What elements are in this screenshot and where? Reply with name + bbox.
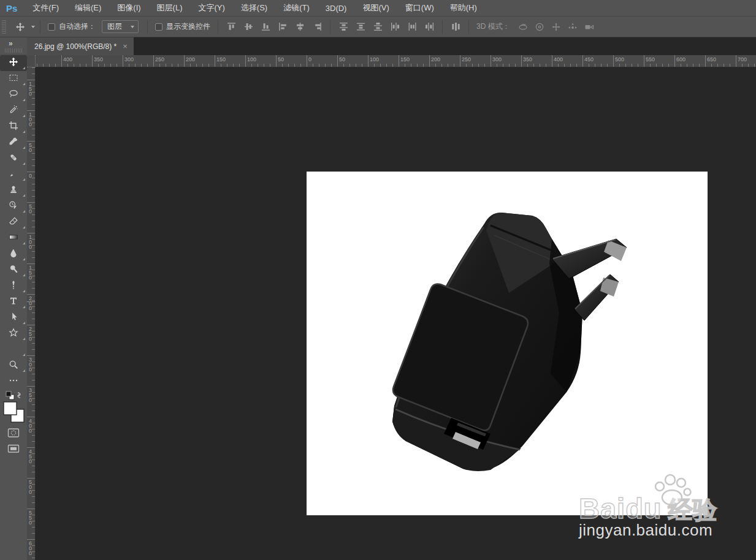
menu-item-select[interactable]: 选择(S) bbox=[233, 0, 275, 17]
align-left-edges-icon[interactable] bbox=[275, 20, 291, 34]
ruler-tick bbox=[521, 55, 522, 67]
document-canvas[interactable] bbox=[307, 172, 708, 515]
ruler-label: 350 bbox=[94, 56, 103, 62]
collapse-panel-button[interactable]: » bbox=[9, 39, 12, 48]
ruler-origin-corner[interactable] bbox=[27, 55, 36, 67]
align-vertical-centers-icon[interactable] bbox=[240, 20, 256, 34]
dodge-icon bbox=[9, 264, 18, 276]
tool-history-brush[interactable] bbox=[0, 199, 27, 214]
document-tab-bar: 26.jpg @ 100%(RGB/8) * × bbox=[27, 37, 756, 55]
tool-rectangular-marquee[interactable] bbox=[0, 71, 27, 87]
3d-slide-icon[interactable] bbox=[565, 20, 581, 34]
ruler-tick bbox=[27, 294, 36, 295]
panel-grip[interactable] bbox=[5, 48, 22, 53]
tool-dodge[interactable] bbox=[0, 262, 27, 278]
menu-item-help[interactable]: 帮助(H) bbox=[442, 0, 485, 17]
align-top-edges-icon[interactable] bbox=[223, 20, 239, 34]
ruler-tick bbox=[27, 355, 36, 356]
ruler-tick bbox=[460, 55, 460, 67]
type-icon bbox=[9, 296, 18, 308]
menu-items: 文件(F)编辑(E)图像(I)图层(L)文字(Y)选择(S)滤镜(T)3D(D)… bbox=[25, 0, 484, 17]
default-colors-icon[interactable] bbox=[5, 391, 23, 401]
tool-list bbox=[0, 55, 27, 390]
distribute-horizontal-centers-icon[interactable] bbox=[404, 20, 420, 34]
tool-type[interactable] bbox=[0, 294, 27, 310]
watermark-url: jingyan.baidu.com bbox=[579, 521, 712, 540]
ruler-tick bbox=[27, 509, 36, 509]
tool-zoom[interactable] bbox=[0, 358, 27, 374]
distribute-vertical-centers-icon[interactable] bbox=[353, 20, 368, 34]
ruler-tick bbox=[307, 55, 307, 67]
ruler-tick bbox=[582, 55, 583, 67]
active-tool-preset[interactable] bbox=[12, 20, 35, 34]
distribute-spacing-icon[interactable] bbox=[448, 20, 464, 34]
horizontal-ruler[interactable]: 4003503002502001501005005010015020025030… bbox=[36, 55, 756, 67]
3d-roll-icon[interactable] bbox=[532, 20, 548, 34]
tool-blur[interactable] bbox=[0, 246, 27, 262]
tool-edit-toolbar[interactable] bbox=[0, 374, 27, 390]
document-tab[interactable]: 26.jpg @ 100%(RGB/8) * × bbox=[27, 37, 134, 55]
tool-eyedropper[interactable] bbox=[0, 135, 27, 151]
ruler-tick bbox=[123, 55, 123, 67]
ruler-label: 50 bbox=[278, 56, 284, 62]
auto-select-checkbox[interactable] bbox=[48, 23, 55, 31]
menu-item-layer[interactable]: 图层(L) bbox=[149, 0, 191, 17]
ruler-label: 0 bbox=[308, 56, 311, 62]
ruler-tick bbox=[27, 539, 36, 540]
ruler-tick bbox=[27, 325, 36, 325]
menu-item-window[interactable]: 窗口(W) bbox=[397, 0, 442, 17]
tool-eraser[interactable] bbox=[0, 214, 27, 230]
tool-gradient[interactable] bbox=[0, 230, 27, 246]
distribute-top-edges-icon[interactable] bbox=[335, 20, 351, 34]
tool-brush[interactable] bbox=[0, 167, 27, 183]
tool-custom-shape[interactable] bbox=[0, 326, 27, 342]
ruler-tick bbox=[27, 202, 36, 203]
distribute-bottom-edges-icon[interactable] bbox=[370, 20, 386, 34]
align-bottom-edges-icon[interactable] bbox=[258, 20, 273, 34]
tool-crop[interactable] bbox=[0, 119, 27, 135]
distribute-left-edges-icon[interactable] bbox=[387, 20, 403, 34]
auto-select-target-value: 图层 bbox=[107, 21, 122, 32]
tool-pen[interactable] bbox=[0, 278, 27, 294]
ruler-tick bbox=[644, 55, 644, 67]
align-right-edges-icon[interactable] bbox=[309, 20, 325, 34]
3d-scale-icon[interactable] bbox=[581, 20, 597, 34]
ruler-tick bbox=[61, 55, 62, 67]
ruler-label: 1 0 0 bbox=[29, 112, 32, 127]
tool-hand[interactable] bbox=[0, 342, 27, 358]
show-transform-option: 显示变换控件 bbox=[155, 21, 210, 32]
menu-item-edit[interactable]: 编辑(E) bbox=[67, 0, 109, 17]
auto-select-target-dropdown[interactable]: 图层 bbox=[102, 20, 139, 33]
tool-path-selection[interactable] bbox=[0, 310, 27, 326]
align-horizontal-centers-icon[interactable] bbox=[292, 20, 308, 34]
menu-item-view[interactable]: 视图(V) bbox=[354, 0, 397, 17]
ruler-label: 100 bbox=[247, 56, 256, 62]
ruler-tick bbox=[27, 263, 36, 264]
tool-lasso[interactable] bbox=[0, 87, 27, 103]
tool-move[interactable] bbox=[0, 55, 27, 71]
ruler-tick bbox=[184, 55, 185, 67]
ruler-tick bbox=[27, 447, 36, 448]
tool-clone-stamp[interactable] bbox=[0, 183, 27, 199]
tool-spot-healing-brush[interactable] bbox=[0, 151, 27, 167]
menu-item-file[interactable]: 文件(F) bbox=[25, 0, 67, 17]
foreground-background-swatches[interactable] bbox=[2, 401, 26, 425]
quick-mask-icon[interactable] bbox=[7, 428, 20, 439]
menu-item-image[interactable]: 图像(I) bbox=[109, 0, 148, 17]
3d-rotate-icon[interactable] bbox=[515, 20, 531, 34]
options-bar-grip[interactable] bbox=[2, 20, 6, 34]
tool-quick-selection[interactable] bbox=[0, 103, 27, 119]
vertical-ruler[interactable]: 1 5 01 0 05 005 01 0 01 5 02 0 02 5 03 0… bbox=[27, 67, 36, 560]
menu-item-type[interactable]: 文字(Y) bbox=[190, 0, 232, 17]
gradient-icon bbox=[9, 232, 18, 244]
screen-mode-icon[interactable] bbox=[7, 444, 20, 454]
ruler-tick bbox=[552, 55, 552, 67]
ruler-tick bbox=[705, 55, 706, 67]
menu-item-3d[interactable]: 3D(D) bbox=[318, 0, 355, 17]
ruler-tick bbox=[491, 55, 491, 67]
tab-close-icon[interactable]: × bbox=[123, 42, 128, 51]
show-transform-checkbox[interactable] bbox=[155, 23, 162, 31]
distribute-right-edges-icon[interactable] bbox=[421, 20, 437, 34]
menu-item-filter[interactable]: 滤镜(T) bbox=[275, 0, 318, 17]
3d-drag-icon[interactable] bbox=[548, 20, 564, 34]
